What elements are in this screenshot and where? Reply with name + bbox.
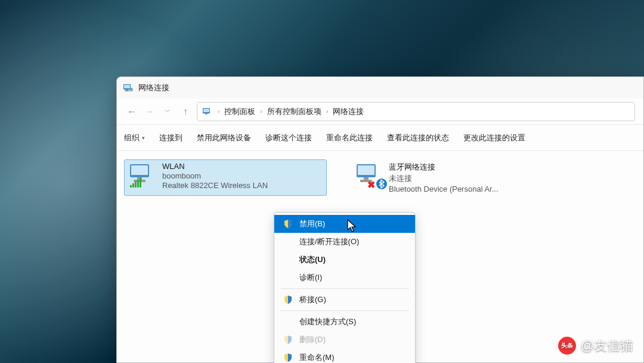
bluetooth-adapter-icon: ✖ — [353, 162, 383, 190]
svg-rect-7 — [205, 113, 208, 115]
back-button[interactable]: ← — [125, 105, 138, 118]
connection-device: Realtek 8822CE Wireless LAN — [162, 181, 268, 190]
menu-item-create-shortcut[interactable]: 创建快捷方式(S) — [274, 313, 415, 331]
connections-pane: WLAN boomboom Realtek 8822CE Wireless LA… — [117, 151, 643, 204]
menu-item-rename[interactable]: 重命名(M) — [274, 349, 415, 363]
watermark-handle: @友信猫 — [581, 337, 633, 355]
svg-rect-2 — [126, 90, 128, 91]
disconnected-x-icon: ✖ — [367, 179, 375, 190]
navigation-bar: ← → ﹀ ↑ › 控制面板 › 所有控制面板项 › 网络连接 — [117, 99, 643, 125]
connection-name: 蓝牙网络连接 — [389, 162, 499, 173]
command-bar: 组织 ▾ 连接到 禁用此网络设备 诊断这个连接 重命名此连接 查看此连接的状态 … — [117, 125, 643, 151]
window-title: 网络连接 — [138, 82, 169, 93]
shield-icon — [283, 334, 293, 345]
menu-item-bridge[interactable]: 桥接(G) — [274, 291, 415, 309]
forward-button[interactable]: → — [143, 105, 156, 118]
change-settings-button[interactable]: 更改此连接的设置 — [463, 133, 525, 143]
menu-item-disable[interactable]: 禁用(B) — [274, 215, 415, 233]
connection-name: WLAN — [162, 162, 268, 171]
rename-button[interactable]: 重命名此连接 — [326, 133, 373, 143]
chevron-down-icon: ▾ — [142, 135, 145, 141]
chevron-right-icon: › — [218, 108, 219, 115]
connect-to-button[interactable]: 连接到 — [159, 133, 182, 143]
view-status-button[interactable]: 查看此连接的状态 — [387, 133, 449, 143]
breadcrumb-item[interactable]: 控制面板 — [224, 106, 255, 117]
breadcrumb-item[interactable]: 所有控制面板项 — [267, 106, 321, 117]
menu-item-delete: 删除(D) — [274, 331, 415, 349]
wifi-signal-icon — [130, 178, 143, 190]
svg-rect-6 — [203, 109, 209, 112]
connection-item-bluetooth[interactable]: ✖ 蓝牙网络连接 未连接 Bluetooth Device (Personal … — [351, 159, 553, 196]
network-connections-icon — [123, 82, 134, 93]
svg-rect-14 — [135, 182, 137, 187]
wlan-adapter-icon — [126, 162, 156, 190]
svg-rect-9 — [131, 165, 148, 175]
shield-icon — [283, 294, 293, 305]
watermark: 头条 @友信猫 — [558, 337, 633, 355]
watermark-logo-icon: 头条 — [558, 337, 576, 355]
titlebar[interactable]: 网络连接 — [117, 77, 643, 99]
svg-rect-15 — [137, 180, 139, 187]
svg-rect-3 — [125, 91, 129, 92]
breadcrumb[interactable]: › 控制面板 › 所有控制面板项 › 网络连接 — [197, 102, 635, 121]
connection-status: 未连接 — [389, 173, 499, 184]
up-button[interactable]: ↑ — [179, 105, 192, 118]
svg-rect-13 — [132, 183, 134, 187]
connection-status: boomboom — [162, 171, 268, 180]
cursor-icon — [347, 219, 358, 235]
breadcrumb-icon — [202, 106, 213, 117]
diagnose-button[interactable]: 诊断这个连接 — [265, 133, 312, 143]
svg-rect-18 — [358, 165, 374, 175]
shield-icon — [283, 352, 293, 363]
organize-button[interactable]: 组织 ▾ — [124, 133, 145, 143]
svg-rect-16 — [140, 178, 141, 187]
menu-item-diagnose[interactable]: 诊断(I) — [274, 269, 415, 287]
menu-item-connect-disconnect[interactable]: 连接/断开连接(O) — [274, 233, 415, 251]
menu-item-status[interactable]: 状态(U) — [274, 251, 415, 269]
breadcrumb-item[interactable]: 网络连接 — [333, 106, 364, 117]
svg-rect-1 — [124, 85, 130, 88]
bluetooth-icon — [376, 178, 388, 192]
svg-point-4 — [129, 88, 133, 91]
recent-dropdown[interactable]: ﹀ — [161, 105, 174, 118]
disable-device-button[interactable]: 禁用此网络设备 — [197, 133, 251, 143]
context-menu: 禁用(B) 连接/断开连接(O) 状态(U) 诊断(I) 桥接(G) 创建快捷方… — [274, 212, 416, 363]
connection-item-wlan[interactable]: WLAN boomboom Realtek 8822CE Wireless LA… — [124, 159, 327, 196]
shield-icon — [283, 219, 293, 229]
svg-rect-12 — [130, 185, 132, 187]
connection-device: Bluetooth Device (Personal Ar... — [389, 184, 499, 193]
chevron-right-icon: › — [260, 108, 262, 115]
chevron-right-icon: › — [326, 108, 328, 115]
